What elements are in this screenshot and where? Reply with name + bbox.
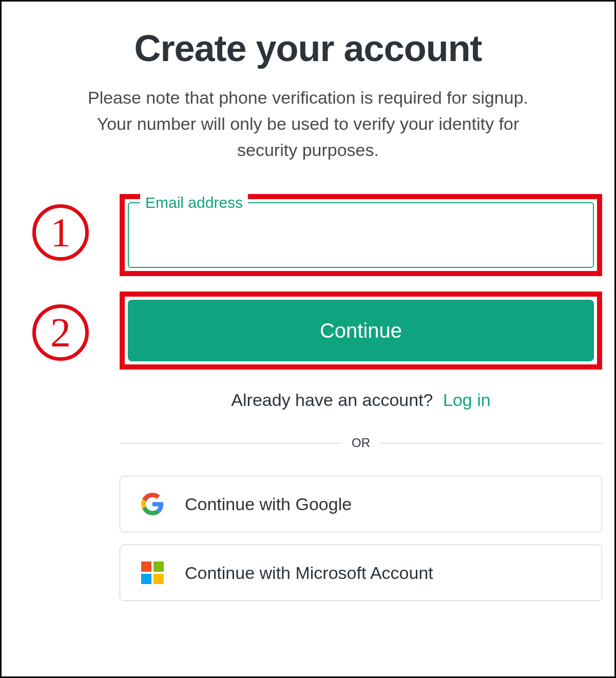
annotation-highlight-1: Email address (120, 194, 602, 276)
continue-with-google-button[interactable]: Continue with Google (120, 476, 602, 532)
page-title: Create your account (17, 27, 599, 69)
divider-line (120, 443, 341, 443)
login-prompt: Already have an account? (231, 390, 433, 410)
page-subtitle: Please note that phone verification is r… (72, 85, 544, 163)
annotation-badge-1: 1 (32, 204, 89, 261)
google-button-label: Continue with Google (185, 494, 352, 514)
login-link[interactable]: Log in (443, 390, 491, 410)
annotation-highlight-2: Continue (120, 292, 602, 370)
divider-line (380, 443, 602, 443)
signup-form: Create your account Please note that pho… (17, 27, 599, 601)
or-divider: OR (120, 436, 602, 450)
microsoft-button-label: Continue with Microsoft Account (185, 563, 433, 583)
email-label: Email address (140, 194, 248, 211)
continue-with-microsoft-button[interactable]: Continue with Microsoft Account (120, 545, 602, 601)
continue-button[interactable]: Continue (128, 300, 594, 361)
email-field-wrap: Email address (128, 202, 594, 268)
google-icon (141, 492, 164, 516)
email-input[interactable] (129, 203, 593, 267)
annotation-badge-2: 2 (32, 304, 89, 361)
login-row: Already have an account? Log in (120, 390, 602, 410)
or-label: OR (352, 436, 370, 450)
form-area: 1 2 Email address Continue Already have … (120, 194, 602, 601)
microsoft-icon (141, 561, 164, 585)
